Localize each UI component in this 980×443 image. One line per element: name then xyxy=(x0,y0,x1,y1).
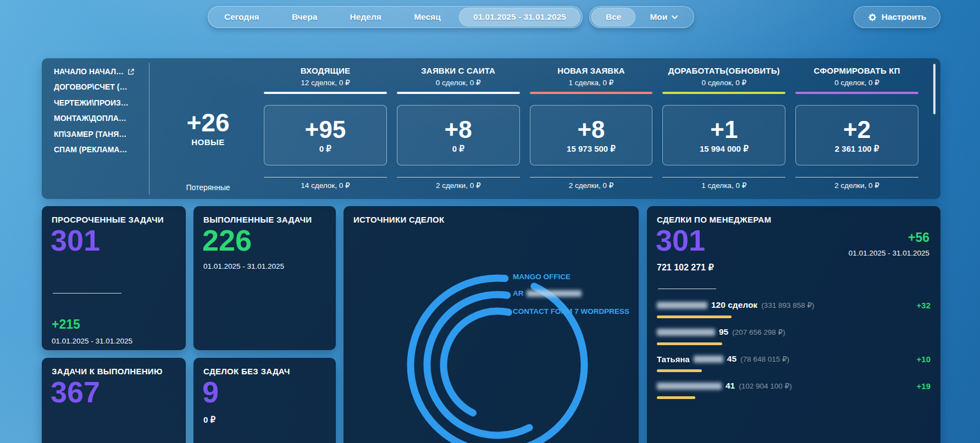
manager-row-line: 41 (102 904 100 ₽) +19 xyxy=(657,376,931,391)
divider xyxy=(658,289,716,289)
manager-name: Татьяна xyxy=(657,355,690,364)
managers-rows: 120 сделок (331 893 858 ₽) +32 95 (207 6… xyxy=(657,295,931,403)
overdue-delta: +215 xyxy=(52,317,80,332)
stage-item[interactable]: СПАМ (РЕКЛАМА… xyxy=(54,146,148,154)
period-label: 01.01.2025 - 31.01.2025 xyxy=(849,249,929,257)
funnel-column-form-kp: СФОРМИРОВАТЬ КП 0 сделок, 0 ₽ +2 2 361 1… xyxy=(795,58,918,199)
stage-item[interactable]: КП\ЗАМЕР (ТАНЯ… xyxy=(54,130,148,139)
manager-row: 95 (207 656 298 ₽) xyxy=(657,322,931,349)
manager-name-redacted xyxy=(694,356,723,363)
column-amount: 2 361 100 ₽ xyxy=(835,144,879,154)
column-footer-line xyxy=(397,177,520,178)
card-title: ЗАДАЧИ К ВЫПОЛНЕНИЮ xyxy=(52,367,163,376)
sources-donut-chart xyxy=(344,206,639,443)
manager-deal-count: 45 xyxy=(727,354,737,364)
card-title: ИСТОЧНИКИ СДЕЛОК xyxy=(353,215,444,224)
manager-deal-amount: (78 648 015 ₽) xyxy=(740,355,789,363)
column-amount: 15 994 000 ₽ xyxy=(700,144,749,154)
manager-deal-amount: (331 893 858 ₽) xyxy=(761,301,814,309)
stage-item[interactable]: ДОГОВОР\СЧЕТ (… xyxy=(54,83,148,91)
scope-my-button[interactable]: Мои xyxy=(635,8,692,26)
column-value-card[interactable]: +2 2 361 100 ₽ xyxy=(795,105,918,165)
overdue-tasks-card[interactable]: ПРОСРОЧЕННЫЕ ЗАДАЧИ 301 +215 01.01.2025 … xyxy=(42,206,186,350)
filter-month[interactable]: Месяц xyxy=(400,8,455,26)
filter-today[interactable]: Сегодня xyxy=(210,8,274,26)
vertical-divider xyxy=(149,63,150,195)
tasks-to-do-card[interactable]: ЗАДАЧИ К ВЫПОЛНЕНИЮ 367 xyxy=(42,358,186,443)
tasks-to-do-value: 367 xyxy=(51,375,100,408)
lost-deals-label[interactable]: Потерянные xyxy=(154,183,262,192)
deals-without-tasks-card[interactable]: СДЕЛОК БЕЗ ЗАДАЧ 9 0 ₽ xyxy=(193,358,336,443)
funnel-scrollbar[interactable] xyxy=(933,64,935,114)
column-footer-line xyxy=(530,177,653,178)
column-value-card[interactable]: +8 15 973 500 ₽ xyxy=(530,105,653,165)
column-footer-line xyxy=(662,177,785,178)
stage-item[interactable]: МОНТАЖ\ДОПЛА… xyxy=(54,114,148,123)
manager-deal-amount: (102 904 100 ₽) xyxy=(739,381,791,390)
column-footer-stats: 2 сделки, 0 ₽ xyxy=(397,181,520,190)
column-value-card[interactable]: +95 0 ₽ xyxy=(264,105,387,165)
column-title: СФОРМИРОВАТЬ КП xyxy=(795,66,918,75)
filter-date-range[interactable]: 01.01.2025 - 31.01.2025 xyxy=(459,8,580,26)
deal-sources-card[interactable]: ИСТОЧНИКИ СДЕЛОК MANGO OFFICE AR CONTACT… xyxy=(344,206,639,443)
date-filter-group: Сегодня Вчера Неделя Месяц 01.01.2025 - … xyxy=(208,6,583,28)
manager-deal-count: 41 xyxy=(726,381,735,391)
manager-delta: +19 xyxy=(917,381,931,391)
column-value-card[interactable]: +8 0 ₽ xyxy=(397,105,520,165)
legend-item-mango-office: MANGO OFFICE xyxy=(513,273,571,281)
deals-without-tasks-value: 9 xyxy=(202,375,219,408)
column-stats: 0 сделок, 0 ₽ xyxy=(662,78,785,87)
manager-delta: +10 xyxy=(917,355,931,364)
external-link-icon xyxy=(128,68,135,75)
card-title: ВЫПОЛНЕННЫЕ ЗАДАЧИ xyxy=(203,215,312,224)
legend-item-redacted: AR xyxy=(513,289,582,297)
divider xyxy=(53,293,121,294)
column-footer-line xyxy=(264,177,387,178)
deals-by-managers-card[interactable]: СДЕЛКИ ПО МЕНЕДЖЕРАМ 301 +56 01.01.2025 … xyxy=(647,206,940,443)
manager-name-redacted xyxy=(657,302,707,309)
managers-delta: +56 xyxy=(908,230,929,245)
column-footer-stats: 2 сделки, 0 ₽ xyxy=(795,181,918,190)
column-accent-bar xyxy=(264,92,387,94)
manager-progress-bar xyxy=(657,315,732,318)
card-title: СДЕЛКИ ПО МЕНЕДЖЕРАМ xyxy=(657,215,771,224)
scope-my-label: Мои xyxy=(650,12,667,22)
column-value: +8 xyxy=(577,117,605,142)
stage-list-title[interactable]: НАЧАЛО НАЧАЛ… xyxy=(54,67,148,76)
column-accent-bar xyxy=(397,92,520,94)
period-label: 01.01.2025 - 31.01.2025 xyxy=(52,337,132,345)
manager-name-redacted xyxy=(657,329,715,336)
manager-deal-count: 120 сделок xyxy=(711,300,757,310)
stage-item[interactable]: ЧЕРТЕЖИ\ПРОИЗ… xyxy=(54,99,148,107)
funnel-column-rework: ДОРАБОТАТЬ(ОБНОВИТЬ) 0 сделок, 0 ₽ +1 15… xyxy=(662,58,785,199)
legend-label: AR xyxy=(513,289,524,297)
manager-progress-bar xyxy=(657,369,702,372)
deals-without-tasks-amount: 0 ₽ xyxy=(203,415,215,425)
column-value: +8 xyxy=(445,117,472,142)
filter-yesterday[interactable]: Вчера xyxy=(278,8,331,26)
column-value: +1 xyxy=(710,117,738,142)
period-label: 01.01.2025 - 31.01.2025 xyxy=(203,262,284,270)
overdue-tasks-value: 301 xyxy=(51,224,100,257)
crm-dashboard: Сегодня Вчера Неделя Месяц 01.01.2025 - … xyxy=(0,0,980,443)
scope-all-button[interactable]: Все xyxy=(591,8,635,26)
settings-button[interactable]: Настроить xyxy=(854,6,940,28)
column-footer-stats: 1 сделка, 0 ₽ xyxy=(662,181,785,190)
funnel-column-site-requests: ЗАЯВКИ С САИТА 0 сделок, 0 ₽ +8 0 ₽ 2 сд… xyxy=(397,58,520,199)
done-tasks-value: 226 xyxy=(202,224,252,257)
funnel-stage-list: НАЧАЛО НАЧАЛ… ДОГОВОР\СЧЕТ (… ЧЕРТЕЖИ\ПР… xyxy=(54,67,148,162)
column-accent-bar xyxy=(662,92,785,94)
manager-delta: +32 xyxy=(917,301,931,310)
new-deals-label: НОВЫЕ xyxy=(154,137,262,147)
scope-filter-group: Все Мои xyxy=(589,6,694,28)
column-title: ВХОДЯЩИЕ xyxy=(264,66,387,75)
filter-week[interactable]: Неделя xyxy=(336,8,396,26)
column-value: +95 xyxy=(305,117,346,142)
card-title: СДЕЛОК БЕЗ ЗАДАЧ xyxy=(203,367,290,376)
done-tasks-card[interactable]: ВЫПОЛНЕННЫЕ ЗАДАЧИ 226 01.01.2025 - 31.0… xyxy=(193,206,336,350)
column-stats: 0 сделок, 0 ₽ xyxy=(795,78,918,87)
column-title: НОВАЯ ЗАЯВКА xyxy=(530,66,653,75)
funnel-columns: ВХОДЯЩИЕ 12 сделок, 0 ₽ +95 0 ₽ 14 сдело… xyxy=(264,58,918,199)
column-value-card[interactable]: +1 15 994 000 ₽ xyxy=(662,105,785,165)
column-value: +2 xyxy=(843,117,871,142)
